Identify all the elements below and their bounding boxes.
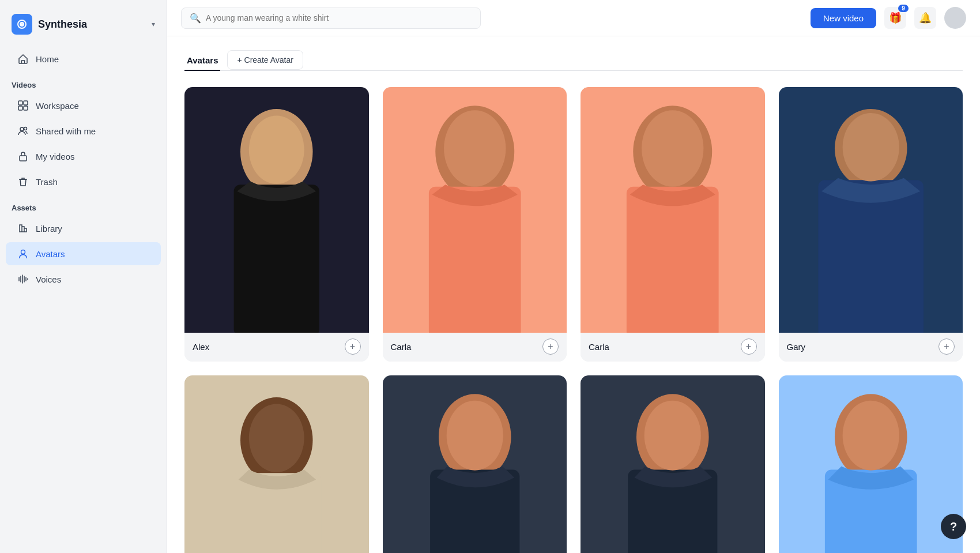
avatar-card-alex-0[interactable]: Alex + (184, 87, 369, 362)
svg-point-17 (642, 110, 703, 186)
avatar-footer: Alex + (184, 333, 369, 362)
new-video-button[interactable]: New video (811, 8, 876, 28)
avatar-footer: Carla + (581, 333, 765, 362)
sidebar-item-myvideos-label: My videos (36, 152, 75, 161)
avatar-card-gary-3[interactable]: Gary + (779, 87, 963, 362)
avatars-grid: Alex + Carla + Carla + (184, 87, 963, 553)
avatar-card-carla-2[interactable]: Carla + (581, 87, 765, 362)
header: 🔍 New video 🎁 9 🔔 (167, 0, 980, 36)
svg-point-32 (842, 401, 899, 471)
svg-point-23 (249, 404, 304, 472)
svg-rect-4 (24, 106, 28, 110)
home-icon (17, 53, 29, 65)
avatar-name: Carla (391, 342, 412, 352)
avatar-card-natalie-6[interactable]: Natalie + (581, 375, 765, 553)
content-area: Avatars + Create Avatar Alex + (167, 36, 980, 553)
avatar-card-nora-7[interactable]: Nora + (779, 375, 963, 553)
assets-section-label: Assets (0, 194, 167, 216)
svg-rect-10 (234, 185, 319, 333)
search-input[interactable] (206, 13, 472, 22)
shared-icon (17, 125, 29, 137)
sidebar-item-avatars-label: Avatars (36, 249, 65, 259)
avatar-card-carla-1[interactable]: Carla + (383, 87, 567, 362)
voices-icon (17, 273, 29, 285)
sidebar-item-trash[interactable]: Trash (6, 170, 161, 193)
svg-point-6 (24, 127, 27, 130)
avatars-icon (17, 248, 29, 259)
sidebar-item-home[interactable]: Home (6, 47, 161, 70)
svg-point-20 (842, 113, 899, 182)
help-button[interactable]: ? (941, 514, 966, 539)
avatar-add-button[interactable]: + (938, 338, 955, 355)
avatar-footer: Carla + (383, 333, 567, 362)
svg-rect-7 (20, 156, 27, 161)
avatar-add-button[interactable]: + (345, 338, 361, 355)
svg-point-14 (444, 110, 506, 186)
svg-rect-1 (18, 101, 22, 105)
sidebar-item-shared[interactable]: Shared with me (6, 119, 161, 142)
sidebar: Synthesia ▾ Home Videos Workspace (0, 0, 167, 553)
header-actions: New video 🎁 9 🔔 (811, 7, 966, 29)
tab-avatars[interactable]: Avatars (184, 51, 220, 71)
gift-icon-button[interactable]: 🎁 9 (884, 7, 906, 29)
svg-rect-2 (24, 101, 28, 105)
user-avatar[interactable] (944, 7, 966, 29)
svg-rect-3 (18, 106, 22, 110)
avatar-name: Gary (787, 342, 806, 352)
svg-point-5 (20, 127, 24, 131)
sidebar-item-trash-label: Trash (36, 177, 58, 187)
logo-icon (12, 14, 32, 35)
sidebar-item-workspace[interactable]: Workspace (6, 94, 161, 117)
svg-point-8 (21, 250, 25, 254)
lock-icon (17, 151, 29, 162)
library-icon (17, 223, 29, 234)
svg-rect-16 (627, 187, 719, 333)
avatar-add-button[interactable]: + (542, 338, 559, 355)
svg-point-26 (446, 401, 503, 471)
sidebar-item-home-label: Home (36, 54, 59, 64)
avatar-name: Carla (589, 342, 609, 352)
sidebar-item-voices-label: Voices (36, 274, 61, 284)
trash-icon (17, 176, 29, 187)
avatar-add-button[interactable]: + (741, 338, 757, 355)
avatar-card-natalie-5[interactable]: Natalie + (383, 375, 567, 553)
sidebar-item-library-label: Library (36, 224, 62, 234)
chevron-down-icon: ▾ (152, 20, 155, 28)
main-content: 🔍 New video 🎁 9 🔔 Avatars + Create Avata… (167, 0, 980, 553)
search-box[interactable]: 🔍 (181, 7, 481, 29)
notification-badge: 9 (898, 5, 909, 12)
svg-point-29 (644, 401, 701, 471)
videos-section-label: Videos (0, 72, 167, 93)
svg-point-0 (21, 23, 23, 25)
svg-rect-19 (818, 180, 924, 333)
sidebar-item-voices[interactable]: Voices (6, 268, 161, 291)
sidebar-item-shared-label: Shared with me (36, 126, 96, 136)
avatar-name: Alex (193, 342, 209, 352)
sidebar-item-library[interactable]: Library (6, 217, 161, 240)
search-icon: 🔍 (190, 13, 201, 24)
sidebar-item-myvideos[interactable]: My videos (6, 145, 161, 168)
app-logo[interactable]: Synthesia ▾ (0, 9, 167, 46)
workspace-icon (17, 100, 29, 111)
svg-point-11 (249, 115, 304, 184)
svg-rect-13 (428, 187, 521, 333)
sidebar-item-workspace-label: Workspace (36, 101, 79, 111)
create-avatar-button[interactable]: + Create Avatar (227, 50, 303, 70)
bell-icon-button[interactable]: 🔔 (914, 7, 936, 29)
app-name: Synthesia (38, 18, 87, 31)
avatar-footer: Gary + (779, 333, 963, 362)
avatar-card-daren-4[interactable]: Daren + (184, 375, 369, 553)
sidebar-item-avatars[interactable]: Avatars (6, 242, 161, 265)
tabs-row: Avatars + Create Avatar (184, 50, 963, 71)
